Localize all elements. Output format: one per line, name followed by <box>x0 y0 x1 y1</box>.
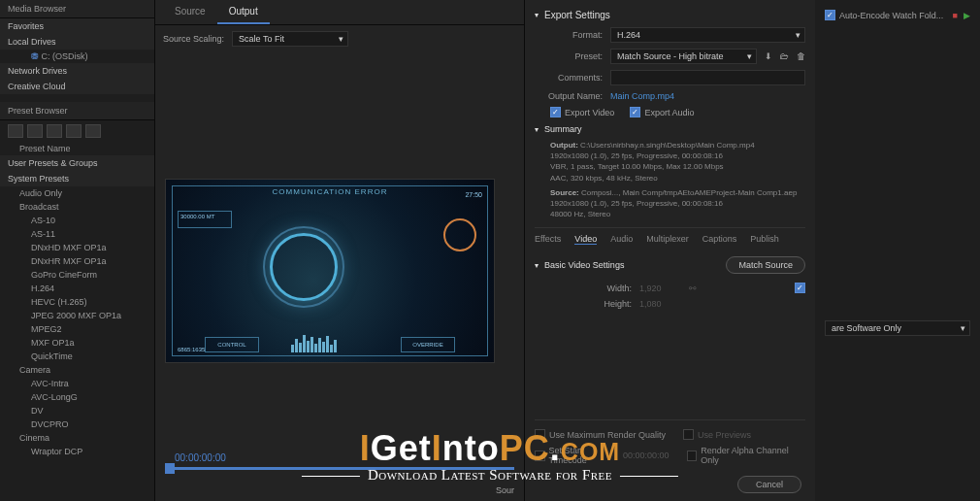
export-settings-panel: Export Settings Format: H.264 Preset: Ma… <box>524 0 815 501</box>
preset-browser-header: Preset Browser <box>0 102 154 120</box>
preset-item[interactable]: Audio Only <box>0 186 154 200</box>
preset-item[interactable]: DV <box>0 404 154 418</box>
timeline-track[interactable] <box>165 467 514 470</box>
width-match-checkbox[interactable]: ✓ <box>795 283 805 293</box>
hud-override-label: OVERRIDE <box>401 337 455 352</box>
camera-group[interactable]: Camera <box>0 363 154 377</box>
height-value[interactable]: 1,080 <box>639 299 662 309</box>
local-drives-section[interactable]: Local Drives <box>0 34 154 50</box>
preset-label: Preset: <box>535 51 603 61</box>
c-drive-item[interactable]: ⛃ C: (OSDisk) <box>0 50 154 63</box>
preset-item[interactable]: Broadcast <box>0 200 154 214</box>
playhead-icon[interactable] <box>165 463 175 474</box>
preview-panel: Source Output Source Scaling: Scale To F… <box>155 0 524 501</box>
renderer-dropdown[interactable]: are Software Only <box>825 320 970 336</box>
tab-effects[interactable]: Effects <box>535 234 561 245</box>
media-browser-header: Media Browser <box>0 0 154 18</box>
tab-publish[interactable]: Publish <box>750 234 779 245</box>
render-options: Use Maximum Render Quality Use Previews … <box>535 419 805 468</box>
preset-item[interactable]: Wraptor DCP <box>0 445 154 458</box>
play-icon[interactable]: ▶ <box>964 11 970 20</box>
alpha-only-checkbox[interactable]: Render Alpha Channel Only <box>687 446 806 465</box>
preset-item[interactable]: AS-11 <box>0 227 154 241</box>
tab-output[interactable]: Output <box>217 0 270 24</box>
tab-multiplexer[interactable]: Multiplexer <box>646 234 689 245</box>
preset-item[interactable]: QuickTime <box>0 350 154 363</box>
preset-item[interactable]: DNxHD MXF OP1a <box>0 241 154 254</box>
preset-toolbar <box>0 120 154 142</box>
stop-icon[interactable]: ■ <box>953 11 958 20</box>
tab-source[interactable]: Source <box>163 0 217 24</box>
preset-item[interactable]: JPEG 2000 MXF OP1a <box>0 309 154 322</box>
network-drives-section[interactable]: Network Drives <box>0 63 154 79</box>
preset-dropdown[interactable]: Match Source - High bitrate <box>610 49 757 64</box>
hud-gauge <box>443 218 476 251</box>
preset-name-header: Preset Name <box>0 142 154 155</box>
summary-output: Output: C:\Users\nirbhay.n.singh\Desktop… <box>535 138 805 185</box>
export-video-checkbox[interactable]: ✓Export Video <box>550 107 614 117</box>
auto-encode-checkbox[interactable]: ✓Auto-Encode Watch Fold... <box>825 10 943 20</box>
hud-control-label: CONTROL <box>205 337 259 352</box>
delete-preset-icon[interactable]: 🗑 <box>797 51 805 61</box>
output-name-label: Output Name: <box>535 91 603 101</box>
hud-coords: 6865:1635 <box>178 347 205 352</box>
source-scaling-row: Source Scaling: Scale To Fit <box>155 25 524 52</box>
timeline[interactable]: 00:00:00:00 <box>165 452 514 472</box>
timecode-display[interactable]: 00:00:00:00 <box>165 452 514 463</box>
preset-item[interactable]: HEVC (H.265) <box>0 295 154 309</box>
hud-equalizer <box>291 333 369 352</box>
hud-title-text: COMMUNICATION ERROR <box>273 187 388 196</box>
settings-tabs: Effects Video Audio Multiplexer Captions… <box>535 227 805 250</box>
preset-item[interactable]: H.264 <box>0 282 154 295</box>
height-label: Height: <box>564 299 632 309</box>
preset-item[interactable]: AVC-LongG <box>0 390 154 404</box>
creative-cloud-section[interactable]: Creative Cloud <box>0 79 154 94</box>
preset-item[interactable]: DVCPRO <box>0 418 154 431</box>
preset-item[interactable]: AS-10 <box>0 214 154 227</box>
export-settings-header[interactable]: Export Settings <box>535 6 805 24</box>
use-previews-checkbox[interactable]: Use Previews <box>683 429 751 440</box>
source-scaling-label: Source Scaling: <box>163 34 224 44</box>
output-name-link[interactable]: Main Comp.mp4 <box>610 91 674 101</box>
remove-preset-button[interactable] <box>27 124 43 138</box>
favorites-section[interactable]: Favorites <box>0 18 154 34</box>
tab-captions[interactable]: Captions <box>702 234 737 245</box>
preset-item[interactable]: GoPro CineForm <box>0 268 154 282</box>
width-value[interactable]: 1,920 <box>639 284 662 293</box>
preset-item[interactable]: DNxHR MXF OP1a <box>0 254 154 268</box>
save-preset-icon[interactable]: ⬇ <box>765 51 772 61</box>
source-scaling-dropdown[interactable]: Scale To Fit <box>232 31 348 47</box>
format-dropdown[interactable]: H.264 <box>610 27 805 43</box>
add-preset-button[interactable] <box>8 124 23 138</box>
preset-item[interactable]: MPEG2 <box>0 322 154 336</box>
queue-panel: ✓Auto-Encode Watch Fold... ■ ▶ are Softw… <box>815 0 980 501</box>
comments-label: Comments: <box>535 73 603 83</box>
export-preset-button[interactable] <box>85 124 101 138</box>
match-source-button[interactable]: Match Source <box>726 256 805 274</box>
max-quality-checkbox[interactable]: Use Maximum Render Quality <box>535 429 666 440</box>
link-icon[interactable]: ⚯ <box>689 284 697 293</box>
hud-reticle <box>270 233 338 301</box>
system-presets-group[interactable]: System Presets <box>0 171 154 186</box>
source-range-label: Sour <box>496 485 514 495</box>
import-preset-icon[interactable]: 🗁 <box>780 51 789 61</box>
format-label: Format: <box>535 30 603 40</box>
start-timecode-checkbox[interactable]: Set Start Timecode 00:00:00:00 <box>535 446 670 465</box>
comments-input[interactable] <box>610 70 805 85</box>
summary-source: Source: Composi..., Main Comp/tmpAEtoAME… <box>535 185 805 222</box>
preview-tabs: Source Output <box>155 0 524 25</box>
cancel-button[interactable]: Cancel <box>737 476 801 493</box>
cinema-group[interactable]: Cinema <box>0 431 154 445</box>
preset-item[interactable]: AVC-Intra <box>0 377 154 390</box>
summary-header[interactable]: Summary <box>535 120 805 138</box>
import-preset-button[interactable] <box>66 124 82 138</box>
tab-video[interactable]: Video <box>574 234 597 245</box>
tab-audio[interactable]: Audio <box>610 234 633 245</box>
width-label: Width: <box>564 284 632 293</box>
basic-video-header[interactable]: Basic Video Settings <box>535 256 624 274</box>
video-preview[interactable]: COMMUNICATION ERROR 30000.00 MT 27:50 CO… <box>165 179 495 363</box>
preset-settings-button[interactable] <box>47 124 62 138</box>
preset-item[interactable]: MXF OP1a <box>0 336 154 350</box>
export-audio-checkbox[interactable]: ✓Export Audio <box>630 107 694 117</box>
user-presets-group[interactable]: User Presets & Groups <box>0 155 154 171</box>
